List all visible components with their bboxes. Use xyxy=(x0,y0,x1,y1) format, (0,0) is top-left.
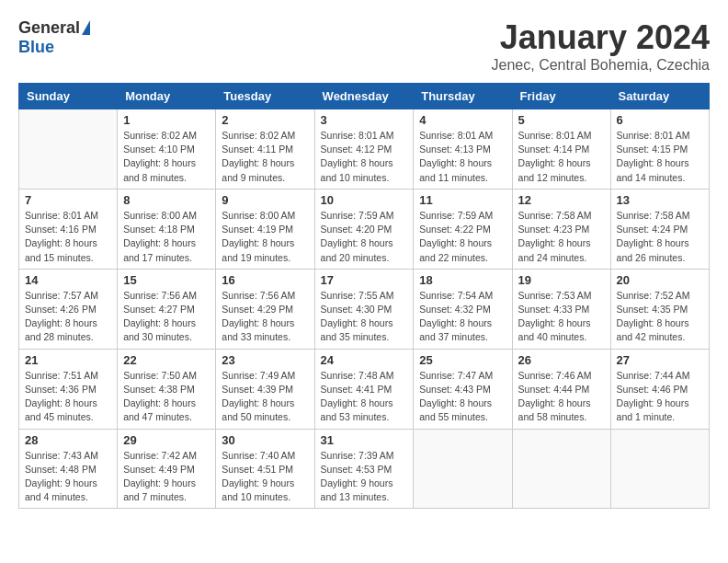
day-info: Sunrise: 7:42 AMSunset: 4:49 PMDaylight:… xyxy=(123,449,210,505)
day-info: Sunrise: 7:57 AMSunset: 4:26 PMDaylight:… xyxy=(25,289,111,345)
day-number: 12 xyxy=(518,193,605,207)
day-number: 20 xyxy=(617,273,703,287)
day-info: Sunrise: 7:52 AMSunset: 4:35 PMDaylight:… xyxy=(617,289,703,345)
day-info: Sunrise: 7:51 AMSunset: 4:36 PMDaylight:… xyxy=(25,369,111,425)
calendar-cell: 31Sunrise: 7:39 AMSunset: 4:53 PMDayligh… xyxy=(314,429,414,509)
day-number: 27 xyxy=(617,353,703,367)
calendar-cell: 1Sunrise: 8:02 AMSunset: 4:10 PMDaylight… xyxy=(118,109,216,190)
calendar-cell: 30Sunrise: 7:40 AMSunset: 4:51 PMDayligh… xyxy=(216,429,314,509)
day-number: 11 xyxy=(419,193,506,207)
day-info: Sunrise: 7:59 AMSunset: 4:22 PMDaylight:… xyxy=(419,209,506,265)
calendar-cell: 25Sunrise: 7:47 AMSunset: 4:43 PMDayligh… xyxy=(414,349,512,429)
day-info: Sunrise: 8:00 AMSunset: 4:19 PMDaylight:… xyxy=(222,209,308,265)
calendar-cell: 22Sunrise: 7:50 AMSunset: 4:38 PMDayligh… xyxy=(118,349,216,429)
week-row-4: 21Sunrise: 7:51 AMSunset: 4:36 PMDayligh… xyxy=(19,349,710,429)
day-number: 13 xyxy=(617,193,703,207)
day-number: 25 xyxy=(419,353,506,367)
logo: General Blue xyxy=(18,18,90,57)
calendar-cell xyxy=(19,109,118,190)
day-info: Sunrise: 8:02 AMSunset: 4:11 PMDaylight:… xyxy=(222,129,308,185)
day-number: 8 xyxy=(123,193,210,207)
day-number: 26 xyxy=(518,353,605,367)
logo-triangle-icon xyxy=(82,20,90,35)
day-number: 24 xyxy=(321,353,408,367)
day-number: 28 xyxy=(25,433,111,447)
day-info: Sunrise: 7:47 AMSunset: 4:43 PMDaylight:… xyxy=(419,369,506,425)
calendar-cell: 11Sunrise: 7:59 AMSunset: 4:22 PMDayligh… xyxy=(414,189,512,269)
day-number: 14 xyxy=(25,273,111,287)
week-row-2: 7Sunrise: 8:01 AMSunset: 4:16 PMDaylight… xyxy=(19,189,710,269)
weekday-header-sunday: Sunday xyxy=(19,84,118,109)
day-info: Sunrise: 7:56 AMSunset: 4:27 PMDaylight:… xyxy=(123,289,210,345)
calendar-cell: 4Sunrise: 8:01 AMSunset: 4:13 PMDaylight… xyxy=(414,109,512,190)
day-info: Sunrise: 8:01 AMSunset: 4:16 PMDaylight:… xyxy=(25,209,111,265)
calendar-cell: 3Sunrise: 8:01 AMSunset: 4:12 PMDaylight… xyxy=(314,109,414,190)
calendar-cell: 28Sunrise: 7:43 AMSunset: 4:48 PMDayligh… xyxy=(19,429,118,509)
day-info: Sunrise: 7:50 AMSunset: 4:38 PMDaylight:… xyxy=(123,369,210,425)
day-number: 23 xyxy=(222,353,308,367)
calendar-cell: 29Sunrise: 7:42 AMSunset: 4:49 PMDayligh… xyxy=(118,429,216,509)
day-number: 21 xyxy=(25,353,111,367)
calendar-cell xyxy=(414,429,512,509)
day-info: Sunrise: 8:02 AMSunset: 4:10 PMDaylight:… xyxy=(123,129,210,185)
logo-blue-text: Blue xyxy=(18,38,90,57)
day-number: 30 xyxy=(222,433,308,447)
day-number: 19 xyxy=(518,273,605,287)
day-info: Sunrise: 8:00 AMSunset: 4:18 PMDaylight:… xyxy=(123,209,210,265)
day-info: Sunrise: 7:55 AMSunset: 4:30 PMDaylight:… xyxy=(321,289,408,345)
day-number: 18 xyxy=(419,273,506,287)
calendar-cell: 10Sunrise: 7:59 AMSunset: 4:20 PMDayligh… xyxy=(314,189,414,269)
day-info: Sunrise: 7:54 AMSunset: 4:32 PMDaylight:… xyxy=(419,289,506,345)
day-number: 4 xyxy=(419,113,506,127)
day-info: Sunrise: 8:01 AMSunset: 4:12 PMDaylight:… xyxy=(321,129,408,185)
day-info: Sunrise: 7:58 AMSunset: 4:23 PMDaylight:… xyxy=(518,209,605,265)
day-info: Sunrise: 7:39 AMSunset: 4:53 PMDaylight:… xyxy=(321,449,408,505)
calendar-cell: 24Sunrise: 7:48 AMSunset: 4:41 PMDayligh… xyxy=(314,349,414,429)
week-row-5: 28Sunrise: 7:43 AMSunset: 4:48 PMDayligh… xyxy=(19,429,710,509)
weekday-header-saturday: Saturday xyxy=(610,84,709,109)
day-number: 10 xyxy=(321,193,408,207)
day-info: Sunrise: 7:44 AMSunset: 4:46 PMDaylight:… xyxy=(617,369,703,425)
month-title: January 2024 xyxy=(492,18,710,57)
calendar-table: SundayMondayTuesdayWednesdayThursdayFrid… xyxy=(18,83,710,509)
day-number: 17 xyxy=(321,273,408,287)
day-info: Sunrise: 7:49 AMSunset: 4:39 PMDaylight:… xyxy=(222,369,308,425)
day-number: 29 xyxy=(123,433,210,447)
calendar-cell: 16Sunrise: 7:56 AMSunset: 4:29 PMDayligh… xyxy=(216,269,314,349)
day-number: 31 xyxy=(321,433,408,447)
day-info: Sunrise: 7:53 AMSunset: 4:33 PMDaylight:… xyxy=(518,289,605,345)
day-info: Sunrise: 8:01 AMSunset: 4:14 PMDaylight:… xyxy=(518,129,605,185)
day-number: 5 xyxy=(518,113,605,127)
calendar-cell: 13Sunrise: 7:58 AMSunset: 4:24 PMDayligh… xyxy=(610,189,709,269)
calendar-header-row: SundayMondayTuesdayWednesdayThursdayFrid… xyxy=(19,84,710,109)
location-subtitle: Jenec, Central Bohemia, Czechia xyxy=(492,57,710,74)
day-info: Sunrise: 8:01 AMSunset: 4:15 PMDaylight:… xyxy=(617,129,703,185)
week-row-3: 14Sunrise: 7:57 AMSunset: 4:26 PMDayligh… xyxy=(19,269,710,349)
week-row-1: 1Sunrise: 8:02 AMSunset: 4:10 PMDaylight… xyxy=(19,109,710,190)
calendar-cell: 8Sunrise: 8:00 AMSunset: 4:18 PMDaylight… xyxy=(118,189,216,269)
page-header: General Blue January 2024 Jenec, Central… xyxy=(18,18,710,74)
calendar-cell: 2Sunrise: 8:02 AMSunset: 4:11 PMDaylight… xyxy=(216,109,314,190)
day-info: Sunrise: 7:46 AMSunset: 4:44 PMDaylight:… xyxy=(518,369,605,425)
day-number: 16 xyxy=(222,273,308,287)
day-number: 9 xyxy=(222,193,308,207)
calendar-cell xyxy=(512,429,610,509)
calendar-cell: 15Sunrise: 7:56 AMSunset: 4:27 PMDayligh… xyxy=(118,269,216,349)
calendar-cell: 26Sunrise: 7:46 AMSunset: 4:44 PMDayligh… xyxy=(512,349,610,429)
calendar-cell: 18Sunrise: 7:54 AMSunset: 4:32 PMDayligh… xyxy=(414,269,512,349)
calendar-cell: 21Sunrise: 7:51 AMSunset: 4:36 PMDayligh… xyxy=(19,349,118,429)
calendar-cell: 12Sunrise: 7:58 AMSunset: 4:23 PMDayligh… xyxy=(512,189,610,269)
calendar-cell: 27Sunrise: 7:44 AMSunset: 4:46 PMDayligh… xyxy=(610,349,709,429)
day-number: 7 xyxy=(25,193,111,207)
logo-general-text: General xyxy=(18,18,80,38)
weekday-header-tuesday: Tuesday xyxy=(216,84,314,109)
day-number: 3 xyxy=(321,113,408,127)
calendar-cell: 6Sunrise: 8:01 AMSunset: 4:15 PMDaylight… xyxy=(610,109,709,190)
title-block: January 2024 Jenec, Central Bohemia, Cze… xyxy=(492,18,710,74)
calendar-cell: 14Sunrise: 7:57 AMSunset: 4:26 PMDayligh… xyxy=(19,269,118,349)
day-number: 1 xyxy=(123,113,210,127)
calendar-cell: 20Sunrise: 7:52 AMSunset: 4:35 PMDayligh… xyxy=(610,269,709,349)
day-info: Sunrise: 8:01 AMSunset: 4:13 PMDaylight:… xyxy=(419,129,506,185)
calendar-cell: 5Sunrise: 8:01 AMSunset: 4:14 PMDaylight… xyxy=(512,109,610,190)
calendar-cell: 19Sunrise: 7:53 AMSunset: 4:33 PMDayligh… xyxy=(512,269,610,349)
